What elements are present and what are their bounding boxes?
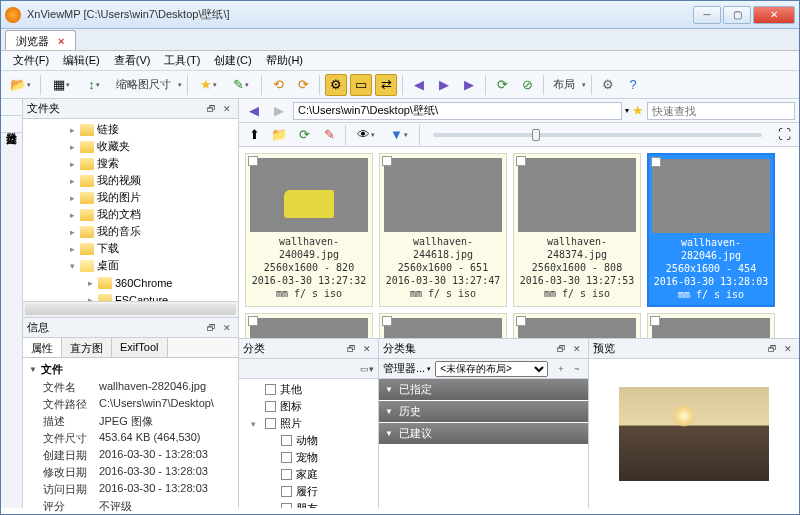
- panel-float-icon[interactable]: 🗗: [554, 342, 568, 356]
- panel-float-icon[interactable]: 🗗: [204, 102, 218, 116]
- infotab-properties[interactable]: 属性: [23, 338, 62, 357]
- thumbnail[interactable]: [513, 313, 641, 338]
- refresh-button[interactable]: ⟳: [491, 74, 513, 96]
- category-checkbox[interactable]: [281, 486, 292, 497]
- batch-button[interactable]: ▭: [350, 74, 372, 96]
- menu-tools[interactable]: 工具(T): [158, 51, 206, 70]
- thumbnail[interactable]: [379, 313, 507, 338]
- up-button[interactable]: ▶: [458, 74, 480, 96]
- category-node[interactable]: 图标: [241, 398, 376, 415]
- catset-remove-icon[interactable]: ~: [570, 362, 584, 376]
- category-checkbox[interactable]: [281, 469, 292, 480]
- category-checkbox[interactable]: [265, 384, 276, 395]
- tab-browser[interactable]: 浏览器 ×: [5, 30, 76, 50]
- thumb-checkbox[interactable]: [382, 156, 392, 166]
- forward-button[interactable]: ▶: [433, 74, 455, 96]
- fullscreen-button[interactable]: ⛶: [773, 124, 795, 146]
- convert-button[interactable]: ⚙: [325, 74, 347, 96]
- tree-node[interactable]: ▸我的图片: [23, 189, 238, 206]
- category-checkbox[interactable]: [281, 452, 292, 463]
- panel-float-icon[interactable]: 🗗: [765, 342, 779, 356]
- edit-button[interactable]: ✎: [318, 124, 340, 146]
- thumb-size-slider[interactable]: [433, 133, 762, 137]
- catset-assigned[interactable]: ▼已指定: [379, 379, 588, 400]
- path-input[interactable]: [293, 102, 622, 120]
- info-section[interactable]: ▼文件: [25, 360, 236, 379]
- panel-close-icon[interactable]: ✕: [570, 342, 584, 356]
- thumbnail[interactable]: [647, 313, 775, 338]
- catset-history[interactable]: ▼历史: [379, 401, 588, 422]
- show-button[interactable]: 👁▾: [351, 124, 381, 146]
- category-node[interactable]: 朋友: [241, 500, 376, 508]
- thumbnail[interactable]: wallhaven-244618.jpg2560x1600 - 6512016-…: [379, 153, 507, 307]
- favorite-icon[interactable]: ★: [632, 103, 644, 118]
- category-node[interactable]: 家庭: [241, 466, 376, 483]
- sidetab-filter[interactable]: 分类过滤器: [1, 116, 22, 133]
- thumbnail[interactable]: wallhaven-282046.jpg2560x1600 - 4542016-…: [647, 153, 775, 307]
- panel-close-icon[interactable]: ✕: [220, 102, 234, 116]
- catset-layout-select[interactable]: <未保存的布局>: [435, 361, 548, 377]
- view-mode-button[interactable]: ▦▾: [46, 74, 76, 96]
- menu-create[interactable]: 创建(C): [208, 51, 257, 70]
- tree-node[interactable]: ▾桌面: [23, 257, 238, 274]
- infotab-histogram[interactable]: 直方图: [62, 338, 112, 357]
- settings-button[interactable]: ⚙: [597, 74, 619, 96]
- nav-refresh-button[interactable]: ⟳: [293, 124, 315, 146]
- panel-close-icon[interactable]: ✕: [781, 342, 795, 356]
- search-input[interactable]: [647, 102, 795, 120]
- sort-button[interactable]: ↕▾: [79, 74, 109, 96]
- close-button[interactable]: ✕: [753, 6, 795, 24]
- stop-button[interactable]: ⊘: [516, 74, 538, 96]
- folder-tree[interactable]: ▸链接▸收藏夹▸搜索▸我的视频▸我的图片▸我的文档▸我的音乐▸下载▾桌面▸360…: [23, 119, 238, 301]
- menu-help[interactable]: 帮助(H): [260, 51, 309, 70]
- tree-node[interactable]: ▸链接: [23, 121, 238, 138]
- rotate-left-button[interactable]: ⟲: [267, 74, 289, 96]
- nav-up-button[interactable]: ⬆: [243, 124, 265, 146]
- thumb-checkbox[interactable]: [516, 156, 526, 166]
- back-button[interactable]: ◀: [408, 74, 430, 96]
- scrollbar-horizontal[interactable]: [23, 301, 238, 317]
- panel-menu-icon[interactable]: ▭▾: [360, 362, 374, 376]
- catset-manager-label[interactable]: 管理器...: [383, 361, 425, 376]
- catset-suggest[interactable]: ▼已建议: [379, 423, 588, 444]
- category-checkbox[interactable]: [265, 401, 276, 412]
- tree-node[interactable]: ▸我的视频: [23, 172, 238, 189]
- rating-button[interactable]: ✎▾: [226, 74, 256, 96]
- category-node[interactable]: ▾照片: [241, 415, 376, 432]
- menu-file[interactable]: 文件(F): [7, 51, 55, 70]
- category-tree[interactable]: 其他图标▾照片动物宠物家庭履行朋友: [239, 379, 378, 508]
- category-node[interactable]: 履行: [241, 483, 376, 500]
- category-checkbox[interactable]: [281, 435, 292, 446]
- category-node[interactable]: 动物: [241, 432, 376, 449]
- tree-node[interactable]: ▸搜索: [23, 155, 238, 172]
- panel-close-icon[interactable]: ✕: [360, 342, 374, 356]
- thumb-checkbox[interactable]: [651, 157, 661, 167]
- thumbnail[interactable]: [245, 313, 373, 338]
- menu-view[interactable]: 查看(V): [108, 51, 157, 70]
- menu-edit[interactable]: 编辑(E): [57, 51, 106, 70]
- export-button[interactable]: ⇄: [375, 74, 397, 96]
- category-node[interactable]: 其他: [241, 381, 376, 398]
- tree-node[interactable]: ▸我的音乐: [23, 223, 238, 240]
- panel-close-icon[interactable]: ✕: [220, 321, 234, 335]
- thumbnail[interactable]: wallhaven-248374.jpg2560x1600 - 8082016-…: [513, 153, 641, 307]
- path-back-button[interactable]: ◀: [243, 100, 265, 122]
- thumb-checkbox[interactable]: [248, 156, 258, 166]
- filter-button[interactable]: ▼▾: [384, 124, 414, 146]
- thumbnail-grid[interactable]: wallhaven-240049.jpg2560x1600 - 8202016-…: [239, 147, 799, 338]
- infotab-exiftool[interactable]: ExifTool: [112, 338, 168, 357]
- minimize-button[interactable]: ─: [693, 6, 721, 24]
- category-checkbox[interactable]: [281, 503, 292, 508]
- tree-node[interactable]: ▸我的文档: [23, 206, 238, 223]
- thumbnail[interactable]: wallhaven-240049.jpg2560x1600 - 8202016-…: [245, 153, 373, 307]
- category-checkbox[interactable]: [265, 418, 276, 429]
- category-node[interactable]: 宠物: [241, 449, 376, 466]
- catset-add-icon[interactable]: +: [554, 362, 568, 376]
- tree-node[interactable]: ▸收藏夹: [23, 138, 238, 155]
- favorite-button[interactable]: ★▾: [193, 74, 223, 96]
- help-button[interactable]: ?: [622, 74, 644, 96]
- maximize-button[interactable]: ▢: [723, 6, 751, 24]
- panel-float-icon[interactable]: 🗗: [344, 342, 358, 356]
- tree-node[interactable]: ▸FSCapture: [23, 291, 238, 301]
- nav-home-button[interactable]: 📁: [268, 124, 290, 146]
